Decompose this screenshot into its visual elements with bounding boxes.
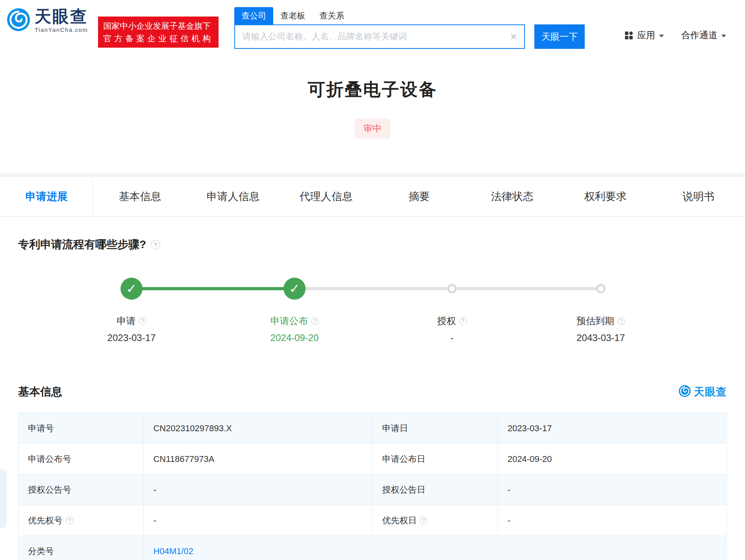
step-date: - <box>450 332 454 343</box>
help-icon[interactable]: ? <box>617 317 625 325</box>
check-circle-icon: ✓ <box>120 278 143 300</box>
tianyancha-logo[interactable]: 天眼查 TianYanCha.com <box>7 8 88 33</box>
menu-cooperation[interactable]: 合作通道 <box>673 29 735 41</box>
value-grant-number: - <box>144 475 372 505</box>
tab-description[interactable]: 说明书 <box>652 177 745 216</box>
label-grant-number: 授权公告号 <box>19 475 144 505</box>
search-tab-boss[interactable]: 查老板 <box>273 7 312 24</box>
menu-apps[interactable]: 应用 <box>616 29 673 41</box>
process-heading: 专利申请流程有哪些步骤? <box>18 237 146 252</box>
certification-badge: 国家中小企业发展子基金旗下 官方备案企业征信机构 <box>98 17 219 48</box>
step-label: 授权 <box>437 315 456 327</box>
search-button[interactable]: 天眼一下 <box>534 24 585 49</box>
timeline-step-application: ✓ 申请 ? 2023-03-17 <box>120 277 143 300</box>
value-priority-number: - <box>144 505 372 536</box>
header: 天眼查 TianYanCha.com 国家中小企业发展子基金旗下 官方备案企业征… <box>0 0 745 52</box>
tianyancha-logo-icon <box>7 8 30 33</box>
tab-legal-status[interactable]: 法律状态 <box>466 177 559 216</box>
help-icon[interactable]: ? <box>139 317 146 325</box>
apps-grid-icon <box>625 31 633 40</box>
table-row: 申请号 CN202310297893.X 申请日 2023-03-17 <box>19 413 727 444</box>
tab-applicant-info[interactable]: 申请人信息 <box>187 177 280 216</box>
value-publication-number: CN118677973A <box>144 444 372 475</box>
tab-claims[interactable]: 权利要求 <box>559 177 652 216</box>
label-priority-date: 优先权日 ? <box>372 505 498 536</box>
classification-link[interactable]: H04M1/02 <box>153 546 193 556</box>
tab-application-progress[interactable]: 申请进展 <box>0 177 93 216</box>
label-application-date: 申请日 <box>372 413 498 444</box>
main-content: 专利申请流程有哪些步骤? ? ✓ 申请 ? 2023-03-17 ✓ <box>0 217 745 560</box>
value-priority-date: - <box>498 505 726 536</box>
step-label: 申请 <box>117 315 136 327</box>
value-classification-number: H04M1/02 <box>144 536 727 560</box>
help-icon[interactable]: ? <box>311 317 319 325</box>
step-label: 预估到期 <box>576 315 614 327</box>
help-icon[interactable]: ? <box>151 240 160 249</box>
basic-info-heading: 基本信息 <box>18 384 62 399</box>
logo-brand-text: 天眼查 <box>35 8 88 25</box>
check-circle-icon: ✓ <box>284 278 306 300</box>
tianyancha-logo-icon <box>679 385 691 399</box>
menu-apps-label: 应用 <box>637 29 655 41</box>
search-tab-relation[interactable]: 查关系 <box>312 7 351 24</box>
search-tab-company[interactable]: 查公司 <box>234 7 273 24</box>
table-row: 授权公告号 - 授权公告日 - <box>19 475 727 505</box>
timeline-step-publication: ✓ 申请公布 ? 2024-09-20 <box>284 277 306 300</box>
clear-icon[interactable]: × <box>510 31 517 43</box>
label-grant-date: 授权公告日 <box>372 475 498 505</box>
basic-info-table: 申请号 CN202310297893.X 申请日 2023-03-17 申请公布… <box>18 413 727 560</box>
process-section: 专利申请流程有哪些步骤? ? ✓ 申请 ? 2023-03-17 ✓ <box>18 217 727 352</box>
pending-circle-icon <box>596 284 606 293</box>
value-application-number: CN202310297893.X <box>144 413 372 444</box>
step-label: 申请公布 <box>271 315 308 327</box>
caret-down-icon <box>721 35 726 37</box>
search-input[interactable] <box>235 25 524 48</box>
timeline-step-grant: 授权 ? - <box>447 277 457 293</box>
pending-circle-icon <box>447 284 457 293</box>
page-title: 可折叠电子设备 <box>0 78 745 101</box>
label-priority-number: 优先权号 ? <box>19 505 144 536</box>
timeline-step-expiry: 预估到期 ? 2043-03-17 <box>596 277 606 293</box>
step-date: 2043-03-17 <box>576 332 625 343</box>
basic-info-section: 基本信息 天眼查 申请号 CN202310297893.X 申请日 2023-0… <box>18 384 727 560</box>
label-classification-number: 分类号 <box>19 536 144 560</box>
tab-basic-info[interactable]: 基本信息 <box>93 177 186 216</box>
help-icon[interactable]: ? <box>420 517 427 524</box>
tianyancha-watermark: 天眼查 <box>679 385 727 399</box>
help-icon[interactable]: ? <box>66 517 73 524</box>
tab-agent-info[interactable]: 代理人信息 <box>280 177 372 216</box>
help-icon[interactable]: ? <box>459 317 467 325</box>
table-row: 申请公布号 CN118677973A 申请公布日 2024-09-20 <box>19 444 727 475</box>
floating-sidebar-handle[interactable] <box>0 469 6 528</box>
tab-abstract[interactable]: 摘要 <box>373 177 466 216</box>
watermark-text: 天眼查 <box>694 385 727 399</box>
status-badge: 审中 <box>355 119 390 139</box>
hero-section: 可折叠电子设备 审中 <box>0 52 745 173</box>
value-application-date: 2023-03-17 <box>498 413 726 444</box>
step-date: 2023-03-17 <box>107 332 156 343</box>
caret-down-icon <box>659 35 664 37</box>
search-box: × <box>234 24 525 49</box>
menu-cooperation-label: 合作通道 <box>681 29 717 41</box>
label-application-number: 申请号 <box>19 413 144 444</box>
badge-line1: 国家中小企业发展子基金旗下 <box>103 20 213 32</box>
label-publication-number: 申请公布号 <box>19 444 144 475</box>
search-area: 查公司 查老板 查关系 × 天眼一下 <box>234 8 585 49</box>
table-row: 分类号 H04M1/02 <box>19 536 727 560</box>
detail-tabbar: 申请进展 基本信息 申请人信息 代理人信息 摘要 法律状态 权利要求 说明书 <box>0 176 745 217</box>
label-publication-date: 申请公布日 <box>372 444 498 475</box>
badge-line2: 官方备案企业征信机构 <box>103 32 213 45</box>
section-divider <box>0 173 745 176</box>
value-publication-date: 2024-09-20 <box>498 444 726 475</box>
step-date: 2024-09-20 <box>271 332 319 343</box>
logo-domain-text: TianYanCha.com <box>35 26 88 33</box>
patent-timeline: ✓ 申请 ? 2023-03-17 ✓ 申请公布 ? 2024-09-20 <box>18 277 727 352</box>
timeline-segment-done <box>132 287 295 290</box>
search-tabs: 查公司 查老板 查关系 <box>234 8 585 24</box>
value-grant-date: - <box>498 475 726 505</box>
table-row: 优先权号 ? - 优先权日 ? - <box>19 505 727 536</box>
top-menu: 应用 合作通道 <box>616 29 735 41</box>
